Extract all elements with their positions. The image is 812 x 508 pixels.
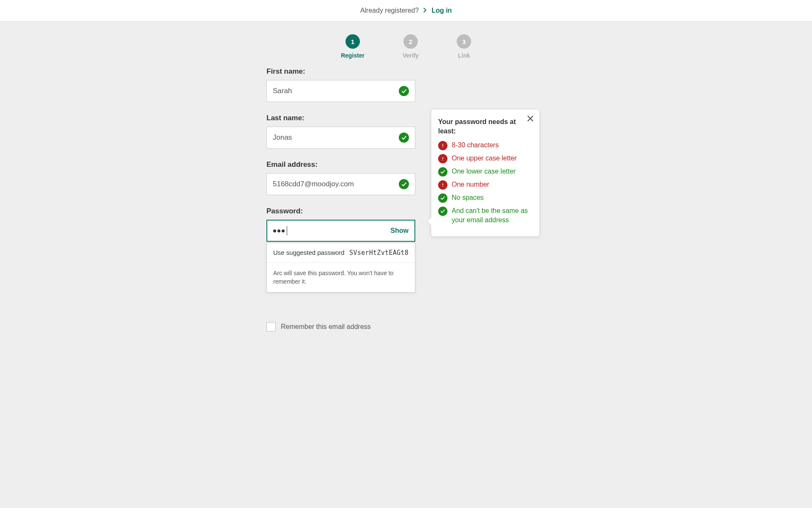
show-password-button[interactable]: Show bbox=[390, 227, 409, 235]
rule-text: 8-30 characters bbox=[452, 141, 532, 150]
stepper: 1 Register 2 Verify 3 Link bbox=[0, 22, 812, 67]
check-icon bbox=[399, 86, 409, 96]
password-rule: One lower case letter bbox=[438, 167, 532, 177]
close-icon[interactable] bbox=[526, 114, 535, 123]
first-name-group: First name: Sarah bbox=[266, 67, 546, 102]
svg-rect-2 bbox=[442, 157, 443, 159]
password-requirements-tooltip: Your password needs at least: 8-30 chara… bbox=[431, 110, 539, 236]
tooltip-rules: 8-30 characters One upper case letter On… bbox=[438, 141, 532, 225]
first-name-value: Sarah bbox=[273, 87, 399, 95]
remember-email-label: Remember this email address bbox=[281, 323, 371, 331]
suggestion-label: Use suggested password bbox=[273, 249, 344, 257]
password-rule: 8-30 characters bbox=[438, 141, 532, 150]
password-input[interactable]: Show bbox=[266, 220, 415, 242]
use-suggested-password-button[interactable]: Use suggested password SVserHtZvtEAGt8 bbox=[267, 243, 415, 263]
step-number: 2 bbox=[403, 34, 418, 49]
first-name-label: First name: bbox=[266, 67, 546, 76]
chevron-right-icon bbox=[423, 7, 427, 14]
step-register: 1 Register bbox=[341, 34, 365, 59]
svg-rect-1 bbox=[442, 146, 443, 147]
svg-rect-5 bbox=[442, 186, 443, 187]
suggestion-note: Arc will save this password. You won't h… bbox=[267, 263, 415, 292]
rule-text: One upper case letter bbox=[452, 154, 532, 163]
check-icon bbox=[438, 207, 447, 216]
login-link[interactable]: Log in bbox=[431, 7, 452, 14]
suggestion-value: SVserHtZvtEAGt8 bbox=[349, 249, 409, 257]
top-bar: Already registered? Log in bbox=[0, 0, 812, 22]
step-link: 3 Link bbox=[457, 34, 471, 59]
step-label: Link bbox=[458, 52, 470, 59]
already-registered-text: Already registered? bbox=[360, 7, 419, 14]
check-icon bbox=[399, 179, 409, 189]
rule-text: No spaces bbox=[452, 193, 532, 202]
last-name-value: Jonas bbox=[273, 133, 399, 142]
step-verify: 2 Verify bbox=[403, 34, 419, 59]
rule-text: And can't be the same as your email addr… bbox=[452, 206, 532, 225]
remember-email-checkbox[interactable] bbox=[266, 322, 276, 331]
check-icon bbox=[438, 193, 447, 203]
email-input[interactable]: 5168cdd7@moodjoy.com bbox=[266, 173, 415, 195]
password-rule: No spaces bbox=[438, 193, 532, 203]
check-icon bbox=[399, 133, 409, 143]
error-icon bbox=[438, 141, 447, 150]
email-value: 5168cdd7@moodjoy.com bbox=[273, 180, 399, 188]
password-rule: One number bbox=[438, 180, 532, 190]
step-label: Verify bbox=[403, 52, 419, 59]
svg-rect-0 bbox=[442, 144, 443, 146]
first-name-input[interactable]: Sarah bbox=[266, 80, 415, 102]
tooltip-title: Your password needs at least: bbox=[438, 117, 532, 136]
svg-rect-4 bbox=[442, 183, 443, 185]
password-suggestion-dropdown: Use suggested password SVserHtZvtEAGt8 A… bbox=[266, 243, 415, 293]
step-number: 1 bbox=[346, 34, 360, 49]
error-icon bbox=[438, 154, 447, 163]
error-icon bbox=[438, 180, 447, 190]
password-value bbox=[273, 226, 390, 235]
password-rule: And can't be the same as your email addr… bbox=[438, 206, 532, 225]
password-rule: One upper case letter bbox=[438, 154, 532, 163]
last-name-input[interactable]: Jonas bbox=[266, 127, 415, 149]
check-icon bbox=[438, 167, 447, 177]
rule-text: One lower case letter bbox=[452, 167, 532, 176]
step-number: 3 bbox=[457, 34, 471, 49]
svg-rect-3 bbox=[442, 160, 443, 160]
rule-text: One number bbox=[452, 180, 532, 189]
registration-form: First name: Sarah Last name: Jonas Emai bbox=[258, 67, 554, 331]
step-label: Register bbox=[341, 52, 365, 59]
remember-email-row: Remember this email address bbox=[266, 322, 546, 331]
